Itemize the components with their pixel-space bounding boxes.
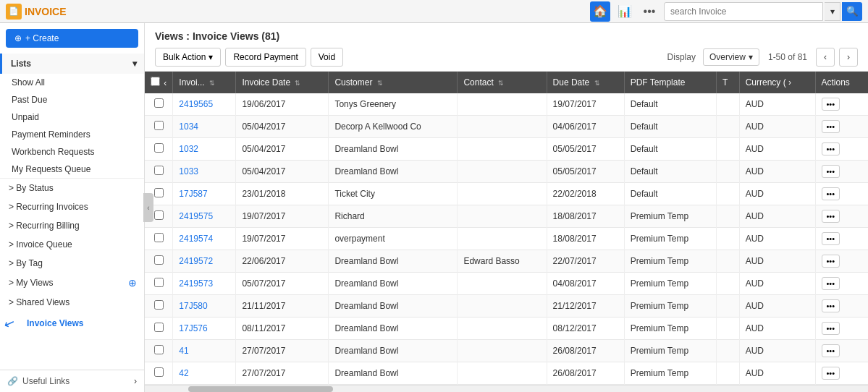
row-checkbox-cell[interactable] (145, 318, 173, 340)
row-checkbox-cell[interactable] (145, 362, 173, 385)
row-checkbox-cell[interactable] (145, 138, 173, 161)
col-contact[interactable]: Contact ⇅ (458, 72, 547, 93)
sidebar-item-past-due[interactable]: Past Due (0, 91, 144, 108)
row-checkbox[interactable] (154, 166, 164, 175)
row-checkbox[interactable] (154, 323, 164, 332)
cell-actions[interactable]: ••• (815, 205, 868, 228)
col-t[interactable]: T (716, 72, 739, 93)
cell-actions[interactable]: ••• (815, 340, 868, 362)
col-invoice-date[interactable]: Invoice Date ⇅ (236, 72, 329, 93)
row-actions-button[interactable]: ••• (822, 98, 840, 111)
row-checkbox-cell[interactable] (145, 93, 173, 116)
cell-actions[interactable]: ••• (815, 273, 868, 295)
lists-section-header[interactable]: Lists ▾ (0, 54, 144, 74)
search-dropdown-btn[interactable]: ▾ (825, 2, 840, 21)
row-checkbox[interactable] (154, 143, 164, 153)
record-payment-button[interactable]: Record Payment (225, 48, 306, 67)
sidebar-collapse-tab[interactable]: ‹ (143, 193, 153, 222)
row-actions-button[interactable]: ••• (822, 142, 840, 155)
row-checkbox[interactable] (154, 121, 164, 130)
sidebar-recurring-billing[interactable]: > Recurring Billing (0, 216, 144, 235)
cell-actions[interactable]: ••• (815, 93, 868, 116)
row-checkbox-cell[interactable] (145, 273, 173, 295)
row-checkbox[interactable] (154, 233, 164, 242)
create-button[interactable]: ⊕ + Create (6, 29, 138, 48)
row-checkbox-cell[interactable] (145, 116, 173, 138)
col-currency[interactable]: Currency ( › (739, 72, 815, 93)
col-currency-expand[interactable]: › (788, 77, 791, 88)
row-actions-button[interactable]: ••• (822, 299, 840, 312)
cell-actions[interactable]: ••• (815, 362, 868, 385)
sidebar-recurring-invoices[interactable]: > Recurring Invoices (0, 197, 144, 216)
cell-due-date: 26/08/2017 (547, 340, 624, 362)
row-actions-button[interactable]: ••• (822, 322, 840, 335)
home-icon-btn[interactable]: 🏠 (590, 1, 610, 22)
col-due-date[interactable]: Due Date ⇅ (547, 72, 624, 93)
search-input[interactable] (664, 2, 823, 21)
my-views-add-icon[interactable]: ⊕ (128, 277, 137, 289)
row-checkbox-cell[interactable] (145, 340, 173, 362)
row-actions-button[interactable]: ••• (822, 120, 840, 133)
display-select[interactable]: Overview ▾ (703, 48, 759, 66)
row-checkbox[interactable] (154, 367, 164, 377)
sidebar-my-views[interactable]: > My Views ⊕ (0, 273, 144, 293)
chart-icon-btn[interactable]: 📊 (615, 1, 635, 22)
row-checkbox[interactable] (154, 188, 164, 197)
scrollbar-thumb[interactable] (188, 386, 333, 392)
cell-actions[interactable]: ••• (815, 183, 868, 205)
row-checkbox-cell[interactable] (145, 228, 173, 250)
cell-contact (458, 362, 547, 385)
cell-currency: AUD (739, 116, 815, 138)
row-actions-button[interactable]: ••• (822, 255, 840, 268)
col-pdf-template[interactable]: PDF Template (624, 72, 716, 93)
sidebar-shared-views[interactable]: > Shared Views (0, 293, 144, 312)
useful-links-footer[interactable]: 🔗 Useful Links › (0, 370, 144, 392)
select-all-checkbox[interactable] (151, 77, 160, 86)
row-checkbox[interactable] (154, 278, 164, 287)
search-go-btn[interactable]: 🔍 (842, 2, 862, 21)
bulk-action-button[interactable]: Bulk Action ▾ (155, 48, 221, 67)
cell-actions[interactable]: ••• (815, 250, 868, 273)
row-actions-button[interactable]: ••• (822, 187, 840, 200)
more-icon-btn[interactable]: ••• (639, 1, 660, 22)
row-actions-button[interactable]: ••• (822, 210, 840, 223)
horizontal-scrollbar[interactable] (145, 385, 868, 392)
cell-actions[interactable]: ••• (815, 138, 868, 161)
row-actions-button[interactable]: ••• (822, 367, 840, 380)
invoice-views-link[interactable]: Invoice Views (15, 315, 91, 332)
row-checkbox-cell[interactable] (145, 250, 173, 273)
prev-page-button[interactable]: ‹ (816, 48, 835, 67)
cell-actions[interactable]: ••• (815, 318, 868, 340)
cell-actions[interactable]: ••• (815, 228, 868, 250)
row-actions-button[interactable]: ••• (822, 232, 840, 245)
row-checkbox-cell[interactable] (145, 295, 173, 318)
row-checkbox[interactable] (154, 255, 164, 265)
void-button[interactable]: Void (311, 48, 343, 67)
sidebar-item-show-all[interactable]: Show All (0, 74, 144, 91)
row-checkbox[interactable] (154, 300, 164, 310)
cell-actions[interactable]: ••• (815, 116, 868, 138)
table-row: 1033 05/04/2017 Dreamland Bowl 05/05/201… (145, 161, 868, 183)
row-checkbox[interactable] (154, 345, 164, 354)
col-customer[interactable]: Customer ⇅ (329, 72, 458, 93)
collapse-column-icon[interactable]: ‹ (164, 78, 167, 88)
sidebar-by-tag[interactable]: > By Tag (0, 254, 144, 273)
sidebar-item-workbench-requests[interactable]: Workbench Requests (0, 143, 144, 161)
next-page-button[interactable]: › (839, 48, 858, 67)
sidebar-item-payment-reminders[interactable]: Payment Reminders (0, 126, 144, 143)
row-actions-button[interactable]: ••• (822, 165, 840, 178)
select-all-checkbox-header[interactable]: ‹ (145, 72, 173, 93)
cell-actions[interactable]: ••• (815, 295, 868, 318)
create-icon: ⊕ (14, 33, 22, 43)
sidebar-item-my-requests-queue[interactable]: My Requests Queue (0, 161, 144, 178)
row-checkbox[interactable] (154, 98, 164, 108)
row-actions-button[interactable]: ••• (822, 344, 840, 357)
col-invoice[interactable]: Invoi... ⇅ (173, 72, 236, 93)
sidebar-by-status[interactable]: > By Status (0, 179, 144, 197)
cell-actions[interactable]: ••• (815, 161, 868, 183)
row-checkbox-cell[interactable] (145, 161, 173, 183)
row-actions-button[interactable]: ••• (822, 277, 840, 290)
sidebar-invoice-queue[interactable]: > Invoice Queue (0, 235, 144, 254)
sidebar-item-unpaid[interactable]: Unpaid (0, 108, 144, 126)
row-checkbox[interactable] (154, 210, 164, 220)
